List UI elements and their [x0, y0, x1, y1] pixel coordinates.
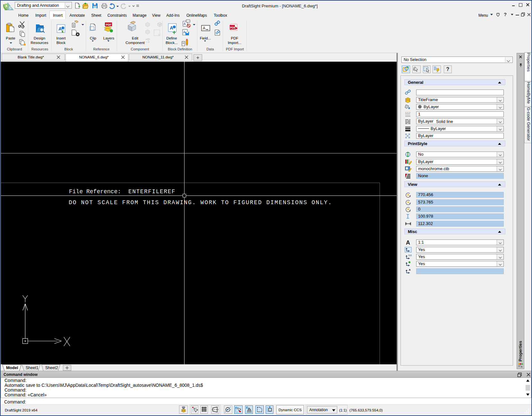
svg-text:A: A	[184, 22, 186, 26]
svg-text:A: A	[183, 30, 185, 34]
svg-text:A: A	[521, 365, 523, 368]
svg-text:A: A	[409, 268, 411, 271]
svg-text:Z: Z	[409, 209, 411, 212]
svg-text:Sheet2: Sheet2	[45, 366, 58, 370]
svg-text:PDF: PDF	[106, 23, 112, 26]
svg-text:0.0: 0.0	[408, 254, 412, 256]
svg-text:Model: Model	[6, 365, 18, 370]
svg-text:S: S	[9, 5, 12, 10]
svg-text:Y: Y	[409, 202, 411, 205]
svg-text:File Reference:: File Reference:	[69, 188, 121, 195]
svg-text:E: E	[246, 406, 248, 409]
svg-text:X: X	[409, 195, 411, 198]
svg-text:Sheet1: Sheet1	[26, 366, 39, 370]
svg-text:E: E	[235, 406, 237, 410]
svg-text:A: A	[406, 239, 410, 245]
svg-text:PDF: PDF	[230, 26, 236, 29]
svg-text:A: A	[58, 26, 62, 31]
svg-text:A: A	[203, 26, 205, 30]
svg-text:DO NOT SCALE FROM THIS DRAWING: DO NOT SCALE FROM THIS DRAWING. WORK TO …	[69, 199, 332, 206]
svg-text:A: A	[170, 25, 173, 30]
svg-text:ENTERFILEREF: ENTERFILEREF	[128, 188, 176, 195]
